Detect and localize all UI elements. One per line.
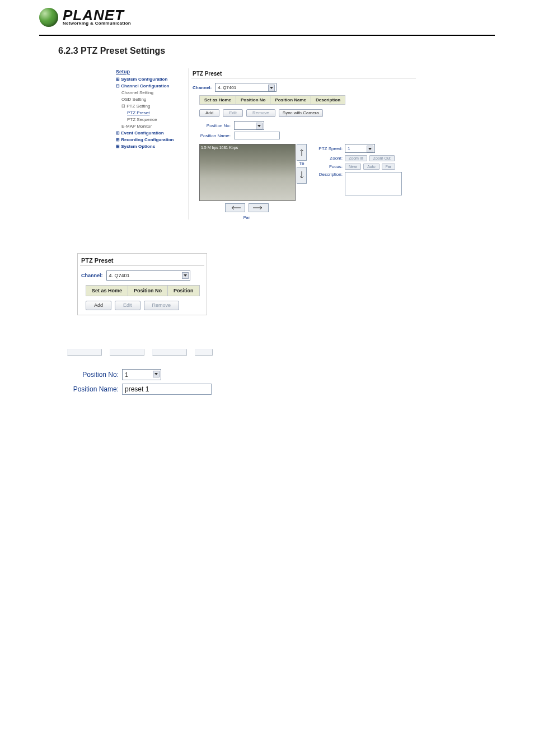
description-label: Description:	[315, 172, 343, 177]
focus-label: Focus:	[315, 164, 343, 169]
crop3-position-name-label: Position Name:	[67, 385, 119, 393]
crop2-channel-select[interactable]: 4. Q7401	[106, 270, 190, 281]
ghost-button	[67, 349, 102, 356]
ptz-preset-panel: PTZ Preset Channel: 4. Q7401 Set as Home…	[189, 68, 418, 220]
edit-button[interactable]: Edit	[223, 109, 243, 117]
chevron-down-icon	[268, 85, 275, 91]
sidebar-item-channel-setting[interactable]: Channel Setting	[116, 90, 183, 96]
ghost-button	[110, 349, 144, 356]
crop3-position-no-label: Position No:	[67, 371, 119, 379]
sidebar-item-system-config[interactable]: ⊞ System Configuration	[116, 76, 183, 83]
sidebar-item-channel-config[interactable]: ⊟ Channel Configuration	[116, 83, 183, 90]
zoom-label: Zoom:	[315, 156, 343, 161]
sync-button[interactable]: Sync with Camera	[279, 109, 323, 117]
brand-header: PLANET Networking & Communication	[0, 0, 534, 31]
crop2-title: PTZ Preset	[78, 254, 207, 265]
pan-right-button[interactable]	[249, 203, 269, 212]
sidebar-item-osd-setting[interactable]: OSD Setting	[116, 96, 183, 103]
crop2-col1: Set as Home	[86, 286, 128, 296]
brand-tagline: Networking & Communication	[63, 21, 131, 26]
ptz-speed-select[interactable]: 1	[345, 144, 375, 153]
section-heading: 6.2.3 PTZ Preset Settings	[58, 46, 534, 56]
crop2-col3: Position	[168, 286, 199, 296]
ghost-button	[195, 349, 213, 356]
col-set-as-home: Set as Home	[200, 96, 236, 104]
tilt-down-button[interactable]	[297, 167, 307, 184]
crop2-remove-button[interactable]: Remove	[144, 301, 180, 310]
camera-preview: 1.5 M bps 1681 Kbps Pan	[199, 144, 294, 220]
camera-overlay: 1.5 M bps 1681 Kbps	[201, 146, 238, 150]
ghost-button-row	[67, 349, 224, 356]
brand-name: PLANET	[63, 9, 131, 22]
focus-auto-button[interactable]: Auto	[363, 164, 379, 170]
crop2-table: Set as Home Position No Position	[86, 285, 200, 296]
panel-title: PTZ Preset	[189, 68, 418, 78]
screenshot-crop-channel: PTZ Preset Channel: 4. Q7401 Set as Home…	[77, 253, 207, 315]
sidebar-item-ptz-setting[interactable]: ⊟ PTZ Setting	[116, 103, 183, 110]
sidebar-item-recording-config[interactable]: ⊞ Recording Configuration	[116, 137, 183, 143]
sidebar-item-ptz-sequence[interactable]: PTZ Sequence	[116, 116, 183, 123]
chevron-down-icon	[153, 371, 160, 377]
zoom-in-button[interactable]: Zoom In	[345, 155, 367, 161]
tilt-up-button[interactable]	[297, 144, 307, 161]
nav-sidebar: Setup ⊞ System Configuration ⊟ Channel C…	[116, 68, 183, 220]
sidebar-title[interactable]: Setup	[116, 68, 183, 76]
screenshot-main: Setup ⊞ System Configuration ⊟ Channel C…	[116, 68, 418, 220]
col-position-no: Position No	[236, 96, 270, 104]
remove-button[interactable]: Remove	[246, 109, 275, 117]
crop2-col2: Position No	[128, 286, 168, 296]
position-no-select[interactable]	[234, 121, 264, 130]
header-divider	[39, 35, 495, 36]
pan-label: Pan	[243, 216, 250, 220]
crop3-position-name-input[interactable]: preset 1	[122, 384, 212, 395]
focus-near-button[interactable]: Near	[345, 164, 361, 170]
logo-icon	[39, 8, 58, 27]
chevron-down-icon	[182, 272, 189, 279]
col-position-name: Position Name	[270, 96, 311, 104]
crop2-add-button[interactable]: Add	[86, 301, 111, 310]
sidebar-item-ptz-preset[interactable]: PTZ Preset	[116, 110, 183, 116]
screenshot-crop-position: Position No: 1 Position Name: preset 1	[67, 349, 224, 395]
description-textarea[interactable]	[345, 172, 402, 195]
crop3-position-no-select[interactable]: 1	[122, 369, 161, 380]
zoom-out-button[interactable]: Zoom Out	[369, 155, 395, 161]
sidebar-item-event-config[interactable]: ⊞ Event Configuration	[116, 130, 183, 137]
sidebar-item-emap[interactable]: E-MAP Monitor	[116, 123, 183, 130]
position-name-label: Position Name:	[199, 133, 231, 138]
pan-left-button[interactable]	[225, 203, 245, 212]
add-button[interactable]: Add	[199, 109, 219, 117]
crop2-channel-label: Channel:	[81, 273, 103, 278]
col-description: Description	[311, 96, 345, 104]
preset-table: Set as Home Position No Position Name De…	[199, 95, 345, 105]
chevron-down-icon	[256, 123, 263, 129]
position-name-input[interactable]	[234, 132, 280, 139]
position-no-label: Position No:	[199, 123, 231, 128]
chevron-down-icon	[367, 146, 373, 152]
sidebar-item-system-options[interactable]: ⊞ System Options	[116, 143, 183, 150]
ghost-button	[152, 349, 187, 356]
channel-label: Channel:	[193, 85, 212, 90]
focus-far-button[interactable]: Far	[382, 164, 396, 170]
crop2-edit-button[interactable]: Edit	[115, 301, 140, 310]
channel-select[interactable]: 4. Q7401	[215, 83, 277, 92]
ptz-controls: PTZ Speed: 1 Zoom: Zoom In Zoom Out Focu…	[315, 144, 402, 198]
ptz-speed-label: PTZ Speed:	[315, 146, 343, 151]
tilt-label: Tilt	[299, 162, 304, 166]
